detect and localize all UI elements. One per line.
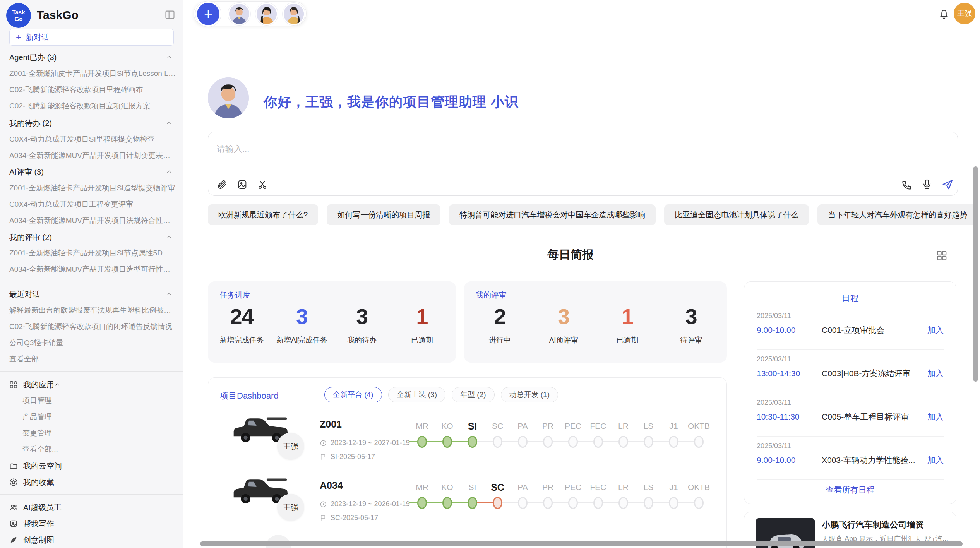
chevron-up-icon[interactable] <box>166 291 172 297</box>
sidebar-collapse-icon[interactable] <box>164 9 176 20</box>
chevron-up-icon[interactable] <box>54 382 60 388</box>
add-agent-button[interactable]: + <box>197 3 219 25</box>
stat-overdue: 1 已逾期 <box>596 304 660 345</box>
suggestion-chip[interactable]: 当下年轻人对汽车外观有怎样的喜好趋势 <box>817 204 978 225</box>
suggestion-chip[interactable]: 欧洲新规最近颁布了什么? <box>208 204 318 225</box>
sidebar-item-ai-super-staff[interactable]: AI超级员工 <box>9 499 177 515</box>
sidebar-item-product-mgmt[interactable]: 产品管理 <box>9 409 177 425</box>
chevron-up-icon[interactable] <box>166 120 172 126</box>
suggestion-chip[interactable]: 特朗普可能对进口汽车增税会对中国车企造成哪些影响 <box>449 204 656 225</box>
tab-new-platform[interactable]: 全新平台 (4) <box>324 387 382 402</box>
sidebar-item-cloud-space[interactable]: 我的云空间 <box>9 458 177 474</box>
list-item[interactable]: A034-全新新能源MUV产品开发项目法规符合性评审 <box>9 212 177 229</box>
milestone-fec: FEC <box>586 475 611 509</box>
phone-icon[interactable] <box>901 179 913 191</box>
milestone-node <box>618 497 628 509</box>
suggestion-chip[interactable]: 如何写一份清晰的项目周报 <box>327 204 440 225</box>
agent-avatar-2[interactable] <box>255 3 278 25</box>
image-icon[interactable] <box>237 179 248 190</box>
section-agent-done[interactable]: Agent已办 (3) <box>9 49 177 65</box>
list-item[interactable]: 解释最新出台的欧盟报废车法规再生塑料比例被调至15%... <box>9 302 177 319</box>
schedule-item[interactable]: 2025/03/11 10:30-11:30 C005-整车工程目标评审 加入 <box>757 393 944 437</box>
list-item[interactable]: 公司Q3轻卡销量 <box>9 335 177 351</box>
scissors-icon[interactable] <box>257 179 268 190</box>
milestone-node <box>442 436 452 448</box>
chat-input[interactable] <box>217 141 797 157</box>
list-item[interactable]: Z001-全新燃油皮卡产品开发项目SI节点Lesson Learn报告 <box>9 65 177 82</box>
user-avatar[interactable]: 王强 <box>954 3 975 24</box>
send-icon[interactable] <box>941 178 954 191</box>
project-row[interactable]: 王强 A034 2023-12-19 ~ 2026-01-19 SC-2025-… <box>208 471 726 530</box>
list-item[interactable]: C0X4-动力总成开发项目SI里程碑提交物检查 <box>9 131 177 147</box>
milestone-mr: MR <box>409 475 435 509</box>
list-item[interactable]: Z001-全新燃油轻卡产品开发项目SI造型提交物评审 <box>9 180 177 196</box>
view-all-apps[interactable]: 查看全部... <box>9 441 177 457</box>
divider <box>0 371 183 372</box>
view-all-schedule[interactable]: 查看所有日程 <box>744 485 956 495</box>
schedule-card: 日程 2025/03/11 9:00-10:00 C001-立项审批会 加入 2… <box>744 281 956 504</box>
milestone-node <box>417 497 427 509</box>
milestone-node <box>417 436 427 448</box>
chevron-up-icon[interactable] <box>166 169 172 175</box>
tab-powertrain[interactable]: 动总开发 (1) <box>501 387 559 402</box>
assistant-greeting: 你好，王强，我是你的项目管理助理 小识 <box>264 93 519 111</box>
vertical-scrollbar[interactable] <box>973 166 978 382</box>
schedule-item[interactable]: 2025/03/11 13:00-14:30 C003|H0B-方案冻结评审 加… <box>757 350 944 393</box>
schedule-item[interactable]: 2025/03/11 9:00-10:00 C001-立项审批会 加入 <box>757 307 944 350</box>
milestone-node <box>543 497 553 509</box>
milestone-pec: PEC <box>560 414 586 448</box>
sidebar-item-help-me-write[interactable]: 帮我写作 <box>9 515 177 532</box>
layout-grid-icon[interactable] <box>936 250 947 261</box>
card-title: 任务进度 <box>219 290 250 300</box>
list-item[interactable]: C02-飞腾新能源轻客改款项目立项汇报方案 <box>9 98 177 114</box>
sidebar-item-creative-drawing[interactable]: 创意制图 <box>9 532 177 548</box>
attachment-icon[interactable] <box>217 179 228 190</box>
suggestion-chip[interactable]: 比亚迪全固态电池计划具体说了什么 <box>664 204 809 225</box>
milestone-fec: FEC <box>586 414 611 448</box>
join-link[interactable]: 加入 <box>927 411 944 422</box>
divider <box>0 284 183 284</box>
schedule-event-title: C001-立项审批会 <box>822 325 922 336</box>
join-link[interactable]: 加入 <box>927 455 944 466</box>
join-link[interactable]: 加入 <box>927 368 944 379</box>
milestone-sc: SC <box>485 414 510 448</box>
list-item[interactable]: Z001-全新燃油轻卡产品开发项目SI节点属性5D文件评审 <box>9 245 177 261</box>
view-all-recent[interactable]: 查看全部... <box>9 351 177 367</box>
section-recent-chats[interactable]: 最近对话 <box>9 286 177 302</box>
list-item[interactable]: A034-全新新能源MUV产品开发项目造型可行性评审 <box>9 261 177 277</box>
app-logo-text-bottom: Go <box>15 15 23 22</box>
agent-avatar-3[interactable] <box>283 3 305 25</box>
milestone-j1: J1 <box>661 414 686 448</box>
sidebar-item-project-mgmt[interactable]: 项目管理 <box>9 392 177 409</box>
milestone-track: MRKOSISCPAPRPECFECLRLSJ1OKTB <box>409 475 711 509</box>
mic-icon[interactable] <box>921 178 933 190</box>
schedule-time: 9:00-10:00 <box>757 325 822 335</box>
tab-year-model[interactable]: 年型 (2) <box>452 387 495 402</box>
notification-bell-icon[interactable] <box>939 9 949 20</box>
sidebar-item-change-mgmt[interactable]: 变更管理 <box>9 425 177 441</box>
milestone-pa: PA <box>510 475 535 509</box>
list-item[interactable]: A034-全新新能源MUV产品开发项目计划变更表编写 <box>9 147 177 164</box>
list-item[interactable]: C02-飞腾新能源轻客改款项目里程碑画布 <box>9 82 177 98</box>
section-ai-review[interactable]: AI评审 (3) <box>9 164 177 180</box>
milestone-pa: PA <box>510 414 535 448</box>
milestone-node <box>468 497 477 509</box>
sidebar-item-favorites[interactable]: 我的收藏 <box>9 474 177 490</box>
section-my-apps[interactable]: 我的应用 <box>9 377 177 393</box>
join-link[interactable]: 加入 <box>927 325 944 336</box>
chevron-up-icon[interactable] <box>166 54 172 60</box>
schedule-item[interactable]: 2025/03/11 9:00-10:00 X003-车辆动力学性能验... 加… <box>757 437 944 480</box>
list-item[interactable]: C0X4-动力总成开发项目工程变更评审 <box>9 196 177 212</box>
agent-avatar-1[interactable] <box>228 3 250 25</box>
new-chat-button[interactable]: + 新对话 <box>9 29 174 46</box>
chevron-up-icon[interactable] <box>166 234 172 240</box>
horizontal-scrollbar[interactable] <box>200 541 963 546</box>
project-row[interactable]: 王强 Z001 2023-12-19 ~ 2027-01-19 SI-2025-… <box>208 410 726 469</box>
milestone-oktb: OKTB <box>686 414 711 448</box>
list-item[interactable]: C02-飞腾新能源轻客改款项目的闭环通告反馈情况 <box>9 319 177 335</box>
section-my-review[interactable]: 我的评审 (2) <box>9 229 177 245</box>
project-dashboard-card: 项目Dashboard 全新平台 (4) 全新上装 (3) 年型 (2) 动总开… <box>208 377 727 548</box>
tab-new-body[interactable]: 全新上装 (3) <box>388 387 446 402</box>
milestone-node <box>568 497 578 509</box>
section-my-todo[interactable]: 我的待办 (2) <box>9 115 177 131</box>
